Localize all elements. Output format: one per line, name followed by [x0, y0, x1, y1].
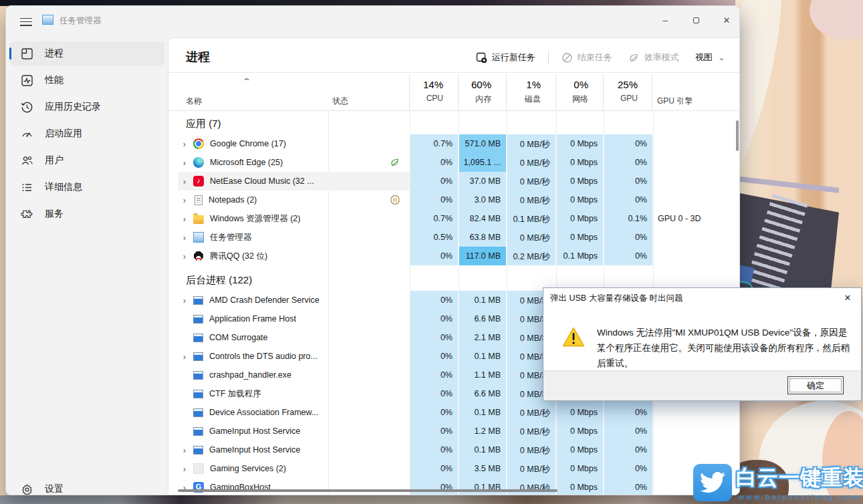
toolbar-separator	[548, 51, 549, 64]
name-cell: ›Windows 资源管理器 (2)	[178, 209, 328, 228]
status-cell	[328, 478, 410, 495]
network-label: 网络	[547, 94, 588, 105]
column-header-gpu[interactable]: 25% GPU	[595, 79, 638, 103]
memory-cell: 6.6 MB	[459, 309, 506, 328]
name-cell: ›腾讯QQ (32 位)	[178, 247, 328, 265]
hamburger-menu-icon[interactable]	[15, 14, 37, 27]
table-row[interactable]: ›Notepads (2)0%3.0 MB0 MB/秒0 Mbps0%	[178, 191, 737, 209]
column-header-gpu-engine[interactable]: GPU 引擎	[657, 96, 693, 107]
expand-chevron-icon[interactable]: ›	[178, 158, 191, 168]
table-row[interactable]: ›腾讯QQ (32 位)0%117.0 MB0.2 MB/秒0.1 Mbps0%	[178, 247, 737, 265]
column-header-status[interactable]: 状态	[332, 96, 348, 107]
expand-chevron-icon[interactable]: ›	[178, 176, 191, 186]
edge-icon	[193, 157, 204, 168]
expand-chevron-icon[interactable]: ›	[178, 251, 191, 261]
disk-cell: 0 MB/秒	[507, 403, 556, 422]
column-separator[interactable]	[506, 74, 507, 110]
cpu-cell: 0%	[410, 191, 458, 209]
status-cell	[328, 347, 410, 366]
sidebar-item-processes[interactable]: 进程	[9, 41, 164, 66]
column-header-cpu[interactable]: 14% CPU	[401, 79, 443, 103]
table-row[interactable]: ›GameInput Host Service0%0.1 MB0 MB/秒0 M…	[178, 440, 737, 459]
disk-cell: 0.1 MB/秒	[507, 209, 556, 228]
end-task-button[interactable]: 结束任务	[555, 48, 619, 67]
column-separator[interactable]	[652, 74, 652, 110]
minimize-button[interactable]: –	[651, 11, 679, 30]
table-row[interactable]: ›GamingBoxHost0%0.1 MB0 MB/秒0 Mbps0%	[178, 478, 737, 495]
sidebar-item-startup-apps[interactable]: 启动应用	[9, 122, 164, 146]
gpu-engine-cell	[653, 153, 737, 172]
process-name: 腾讯QQ (32 位)	[210, 251, 267, 262]
maximize-button[interactable]	[682, 11, 710, 30]
horizontal-scrollbar[interactable]	[178, 489, 558, 492]
view-button[interactable]: 视图 ⌄	[689, 48, 731, 67]
disk-label: 磁盘	[498, 94, 541, 105]
expand-chevron-icon[interactable]: ›	[178, 233, 191, 243]
gpu-engine-cell	[653, 440, 737, 459]
task-manager-app-icon	[42, 15, 53, 25]
gpu-cell: 0%	[604, 422, 652, 440]
expand-chevron-icon[interactable]: ›	[178, 139, 191, 149]
efficiency-mode-button[interactable]: 效率模式	[622, 48, 686, 67]
sidebar-item-settings[interactable]: 设置	[9, 477, 164, 495]
expand-chevron-icon[interactable]: ›	[178, 352, 191, 362]
qq-icon	[193, 251, 204, 261]
status-cell	[328, 403, 410, 422]
network-cell: 0 Mbps	[557, 422, 603, 440]
cpu-cell: 0%	[410, 366, 458, 384]
dialog-close-button[interactable]: ✕	[834, 288, 861, 308]
column-header-disk[interactable]: 1% 磁盘	[498, 79, 541, 105]
sidebar-item-details[interactable]: 详细信息	[9, 175, 164, 199]
sidebar-item-users[interactable]: 用户	[9, 148, 164, 172]
column-header-network[interactable]: 0% 网络	[547, 79, 588, 105]
sidebar-item-app-history[interactable]: 应用历史记录	[9, 95, 164, 119]
sidebar-item-services[interactable]: 服务	[9, 202, 164, 226]
process-name: Microsoft Edge (25)	[210, 158, 283, 167]
sort-ascending-icon: ⌃	[242, 77, 251, 86]
vertical-scrollbar[interactable]	[736, 120, 739, 151]
services-puzzle-icon	[21, 208, 33, 221]
column-header-memory[interactable]: 60% 内存	[450, 79, 491, 105]
expand-chevron-icon[interactable]: ›	[178, 464, 191, 474]
status-cell	[328, 366, 410, 384]
expand-chevron-icon[interactable]: ›	[178, 445, 191, 455]
speedometer-icon	[21, 128, 33, 140]
sidebar-item-performance[interactable]: 性能	[9, 68, 164, 92]
table-row[interactable]: ›NetEase Cloud Music (32 ...0%37.0 MB0 M…	[178, 172, 737, 191]
group-header[interactable]: 应用 (7)	[178, 112, 737, 134]
gpu-label: GPU	[595, 94, 638, 103]
disk-cell: 0 MB/秒	[507, 459, 556, 478]
column-separator[interactable]	[603, 74, 604, 110]
gaming-icon	[193, 463, 204, 474]
disk-cell: 0 MB/秒	[507, 478, 556, 495]
dialog-body: Windows 无法停用"MI XMUP01QM USB Device"设备，原…	[543, 308, 861, 372]
table-row[interactable]: GameInput Host Service0%1.2 MB0 MB/秒0 Mb…	[178, 422, 737, 440]
run-new-task-button[interactable]: 运行新任务	[469, 48, 542, 67]
winapp-icon	[193, 371, 203, 380]
table-row[interactable]: ›Windows 资源管理器 (2)0.7%82.4 MB0.1 MB/秒0 M…	[178, 209, 737, 228]
ok-button[interactable]: 确定	[787, 376, 844, 394]
column-separator[interactable]	[556, 74, 556, 110]
name-cell: crashpad_handler.exe	[178, 366, 328, 384]
gpu-cell: 0%	[604, 247, 652, 265]
table-row[interactable]: ›任务管理器0.5%63.8 MB0 MB/秒0 Mbps0%	[178, 228, 737, 247]
column-header-name[interactable]: 名称	[186, 96, 202, 107]
sidebar-item-label: 应用历史记录	[45, 101, 101, 113]
close-button[interactable]: ✕	[713, 11, 740, 30]
table-row[interactable]: ›Google Chrome (17)0.7%571.0 MB0 MB/秒0 M…	[178, 134, 737, 153]
cpu-cell: 0.7%	[410, 134, 458, 153]
sidebar-item-label: 性能	[45, 74, 64, 86]
expand-chevron-icon[interactable]: ›	[178, 214, 191, 224]
taskmgr-icon	[193, 232, 204, 243]
expand-chevron-icon[interactable]: ›	[178, 195, 191, 205]
column-separator[interactable]	[409, 74, 410, 110]
status-cell	[328, 291, 410, 309]
disk-cell: 0 MB/秒	[507, 440, 556, 459]
network-cell: 0 Mbps	[557, 191, 603, 209]
table-row[interactable]: ›Microsoft Edge (25)0%1,095.1 ...0 MB/秒0…	[178, 153, 737, 172]
expand-chevron-icon[interactable]: ›	[178, 295, 191, 305]
table-row[interactable]: ›Gaming Services (2)0%3.5 MB0 MB/秒0 Mbps…	[178, 459, 737, 478]
column-separator[interactable]	[458, 74, 459, 110]
status-cell	[328, 172, 410, 191]
table-row[interactable]: Device Association Framew...0%0.1 MB0 MB…	[178, 403, 737, 422]
